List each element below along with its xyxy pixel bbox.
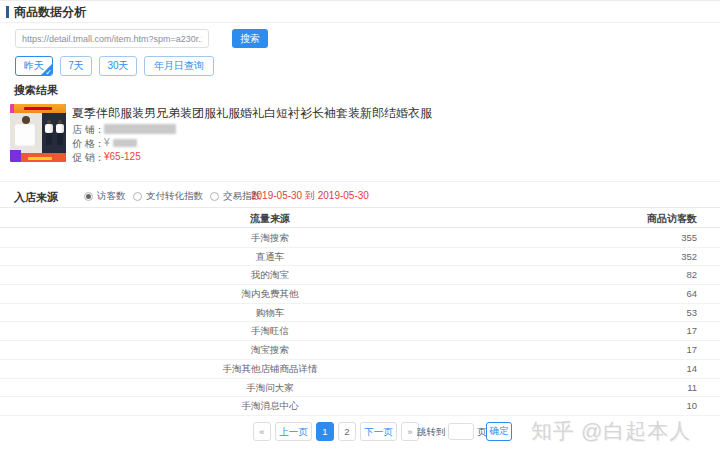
product-title[interactable]: 夏季伴郎服装男兄弟装团服礼服婚礼白短衬衫长袖套装新郎结婚衣服 bbox=[72, 105, 632, 122]
table-row: 手淘消息中心 10 bbox=[0, 397, 720, 416]
first-page-button[interactable]: « bbox=[253, 422, 271, 441]
traffic-source-cell: 淘宝搜索 bbox=[0, 341, 540, 360]
shop-name-censored bbox=[104, 124, 176, 134]
table-row: 手淘问大家 11 bbox=[0, 379, 720, 398]
person-figure bbox=[22, 116, 30, 124]
visitors-cell: 10 bbox=[686, 397, 697, 416]
visitors-cell: 17 bbox=[686, 322, 697, 341]
filter-custom-date-button[interactable]: 年月日查询 bbox=[144, 56, 214, 76]
promo-value: ¥65-125 bbox=[104, 151, 141, 162]
visitors-cell: 82 bbox=[686, 266, 697, 285]
table-row: 手淘旺信 17 bbox=[0, 322, 720, 341]
filter-30days-button[interactable]: 30天 bbox=[99, 56, 137, 76]
jump-to-label: 跳转到 bbox=[417, 426, 446, 439]
next-page-button[interactable]: 下一页 bbox=[360, 422, 397, 441]
traffic-source-cell: 手淘旺信 bbox=[0, 322, 540, 341]
table-row: 我的淘宝 82 bbox=[0, 266, 720, 285]
traffic-source-cell: 手淘其他店铺商品详情 bbox=[0, 360, 540, 379]
visitors-cell: 355 bbox=[681, 229, 697, 248]
zhihu-logo-text: 知乎 bbox=[531, 419, 575, 442]
column-product-visitors: 商品访客数 bbox=[647, 208, 697, 229]
filter-7days-button[interactable]: 7天 bbox=[60, 56, 92, 76]
table-row: 直通车 352 bbox=[0, 248, 720, 267]
visitors-cell: 14 bbox=[686, 360, 697, 379]
search-button[interactable]: 搜索 bbox=[232, 29, 268, 48]
table-row: 手淘其他店铺商品详情 14 bbox=[0, 360, 720, 379]
visitors-cell: 352 bbox=[681, 248, 697, 267]
price-currency: ¥ bbox=[104, 137, 110, 148]
person-figure bbox=[56, 124, 64, 133]
table-row: 淘内免费其他 64 bbox=[0, 285, 720, 304]
page-1-button[interactable]: 1 bbox=[316, 422, 334, 441]
visitors-cell: 17 bbox=[686, 341, 697, 360]
jump-page-input[interactable] bbox=[448, 423, 474, 440]
product-image-badge bbox=[10, 150, 21, 162]
traffic-source-cell: 手淘问大家 bbox=[0, 379, 540, 398]
watermark-handle: @白起本人 bbox=[581, 419, 691, 442]
radio-visitors-label[interactable]: 访客数 bbox=[97, 190, 126, 203]
person-figure bbox=[45, 124, 53, 133]
traffic-source-cell: 直通车 bbox=[0, 248, 540, 267]
check-icon: ✓ bbox=[45, 68, 52, 76]
traffic-table: 手淘搜索 355 直通车 352 我的淘宝 82 淘内免费其他 64 购物车 5… bbox=[0, 229, 720, 416]
search-results-label: 搜索结果 bbox=[14, 83, 58, 98]
person-figure bbox=[46, 133, 52, 145]
traffic-source-cell: 手淘搜索 bbox=[0, 229, 540, 248]
confirm-button[interactable]: 确定 bbox=[486, 422, 512, 441]
shop-label: 店 铺： bbox=[72, 123, 105, 137]
product-image[interactable] bbox=[10, 104, 66, 162]
table-row: 购物车 53 bbox=[0, 304, 720, 323]
radio-transaction-index[interactable] bbox=[210, 192, 219, 201]
section-divider bbox=[0, 181, 720, 182]
page-title: 商品数据分析 bbox=[14, 1, 86, 23]
zhihu-watermark: 知乎@白起本人 bbox=[531, 417, 691, 445]
traffic-source-cell: 购物车 bbox=[0, 304, 540, 323]
entry-source-label: 入店来源 bbox=[14, 190, 58, 205]
visitors-cell: 11 bbox=[687, 379, 697, 398]
table-row: 手淘搜索 355 bbox=[0, 229, 720, 248]
product-image-banner-text bbox=[24, 107, 52, 110]
date-range-text: 2019-05-30 到 2019-05-30 bbox=[251, 189, 369, 203]
title-accent-bar bbox=[6, 6, 9, 18]
traffic-source-cell: 淘内免费其他 bbox=[0, 285, 540, 304]
column-traffic-source: 流量来源 bbox=[0, 208, 540, 229]
page-2-button[interactable]: 2 bbox=[338, 422, 356, 441]
product-analysis-page: 商品数据分析 搜索 昨天 ✓ 7天 30天 年月日查询 搜索结果 夏季伴郎服装男… bbox=[0, 0, 720, 460]
product-image-corner bbox=[10, 104, 14, 113]
price-value-censored bbox=[113, 139, 137, 147]
price-label: 价 格： bbox=[72, 137, 105, 151]
person-figure bbox=[15, 124, 37, 146]
table-header: 流量来源 商品访客数 bbox=[0, 207, 720, 228]
url-input[interactable] bbox=[15, 29, 209, 48]
product-image-bottom-text bbox=[28, 157, 52, 160]
radio-visitors[interactable] bbox=[84, 192, 93, 201]
filter-yesterday-button[interactable]: 昨天 ✓ bbox=[15, 56, 53, 76]
prev-page-button[interactable]: 上一页 bbox=[275, 422, 312, 441]
visitors-cell: 53 bbox=[686, 304, 697, 323]
promo-label: 促 销： bbox=[72, 151, 105, 165]
person-figure bbox=[57, 133, 63, 145]
visitors-cell: 64 bbox=[686, 285, 697, 304]
radio-conversion-index-label[interactable]: 支付转化指数 bbox=[146, 190, 203, 203]
traffic-source-cell: 手淘消息中心 bbox=[0, 397, 540, 416]
table-row: 淘宝搜索 17 bbox=[0, 341, 720, 360]
radio-conversion-index[interactable] bbox=[133, 192, 142, 201]
traffic-source-cell: 我的淘宝 bbox=[0, 266, 540, 285]
title-bar: 商品数据分析 bbox=[0, 1, 720, 23]
